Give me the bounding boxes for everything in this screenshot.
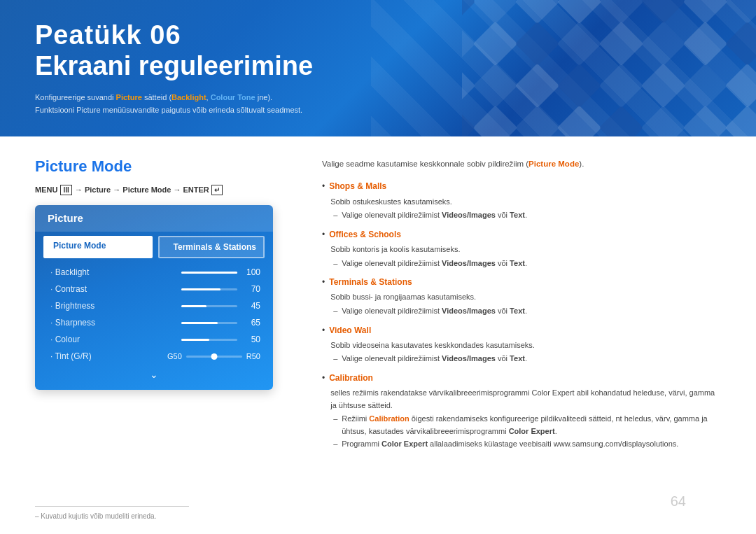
terminals-stations-sub: Valige olenevalt pildirežiimist Videos/I… — [329, 305, 721, 318]
calibration-title: Calibration — [329, 372, 721, 385]
right-column: Valige seadme kasutamise keskkonnale sob… — [322, 157, 721, 478]
bullet-dot-4: • — [322, 324, 325, 337]
footer: – Kuvatud kujutis võib mudeliti erineda.… — [35, 506, 721, 520]
page-number: 64 — [671, 493, 686, 510]
tint-item: Tint (G/R) G50 R50 — [35, 348, 273, 365]
sharpness-item: Sharpness 65 — [35, 314, 273, 331]
video-wall-sub: Valige olenevalt pildirežiimist Videos/I… — [329, 353, 721, 365]
bullet-terminals-stations: • Terminals & Stations Sobib bussi- ja r… — [322, 276, 721, 318]
shops-malls-title: Shops & Malls — [329, 180, 721, 193]
header-banner: Peatükk 06 Ekraani reguleerimine Konfigu… — [0, 0, 756, 136]
widget-title: Picture — [48, 212, 83, 224]
scroll-down-arrow[interactable]: ⌄ — [35, 369, 273, 380]
bullet-offices-schools: • Offices & Schools Sobib kontoris ja ko… — [322, 228, 721, 270]
calibration-sub-1: Režiimi Calibration õigesti rakendamisek… — [329, 413, 721, 437]
colour-slider[interactable]: 50 — [181, 335, 260, 344]
picture-mode-value: Terminals & Stations — [158, 236, 265, 258]
sharpness-label: Sharpness — [50, 318, 95, 328]
picture-widget: Picture Picture Mode Terminals & Station… — [35, 205, 273, 390]
widget-title-bar: Picture — [35, 205, 273, 232]
widget-row-header[interactable]: Picture Mode Terminals & Stations — [35, 236, 273, 258]
colour-value: 50 — [243, 335, 260, 344]
left-column: Picture Mode MENU III → Picture → Pictur… — [35, 157, 294, 478]
sharpness-value: 65 — [243, 318, 260, 328]
offices-schools-desc: Sobib kontoris ja koolis kasutamiseks. — [329, 244, 721, 256]
sharpness-slider[interactable]: 65 — [181, 318, 260, 328]
contrast-label: Contrast — [50, 284, 87, 294]
header-description: Konfigureerige suvandi Picture sätteid (… — [35, 92, 313, 116]
brightness-slider[interactable]: 45 — [181, 301, 260, 311]
calibration-desc: selles režiimis rakendatakse värvikalibr… — [329, 387, 721, 412]
bullet-video-wall: • Video Wall Sobib videoseina kasutavate… — [322, 324, 721, 366]
backlight-item: Backlight 100 — [35, 264, 273, 281]
backlight-value: 100 — [243, 267, 260, 277]
terminals-stations-title: Terminals & Stations — [329, 276, 721, 289]
tint-r-value: R50 — [246, 352, 260, 360]
chapter-title: Peatükk 06 — [35, 21, 313, 50]
contrast-value: 70 — [243, 284, 260, 294]
decorative-diamonds — [462, 0, 756, 136]
backlight-label: Backlight — [50, 267, 89, 277]
page-title: Ekraani reguleerimine — [35, 50, 313, 83]
video-wall-desc: Sobib videoseina kasutavates keskkondade… — [329, 339, 721, 352]
bullet-dot-5: • — [322, 372, 325, 385]
contrast-item: Contrast 70 — [35, 281, 273, 297]
footer-divider — [35, 506, 189, 507]
colour-item: Colour 50 — [35, 331, 273, 348]
shops-malls-sub: Valige olenevalt pildirežiimist Videos/I… — [329, 209, 721, 222]
bullet-calibration: • Calibration selles režiimis rakendatak… — [322, 372, 721, 451]
bullet-shops-malls: • Shops & Malls Sobib ostukeskustes kasu… — [322, 180, 721, 222]
tint-g-value: G50 — [167, 352, 182, 360]
colour-label: Colour — [50, 335, 80, 344]
shops-malls-desc: Sobib ostukeskustes kasutamiseks. — [329, 196, 721, 209]
header-content: Peatükk 06 Ekraani reguleerimine Konfigu… — [35, 21, 313, 117]
main-content: Picture Mode MENU III → Picture → Pictur… — [0, 136, 756, 492]
picture-mode-label: Picture Mode — [43, 236, 153, 258]
calibration-sub-2: Programmi Color Expert allalaadimiseks k… — [329, 438, 721, 451]
brightness-item: Brightness 45 — [35, 297, 273, 314]
tint-label: Tint (G/R) — [50, 351, 92, 361]
offices-schools-title: Offices & Schools — [329, 228, 721, 241]
offices-schools-sub: Valige olenevalt pildirežiimist Videos/I… — [329, 258, 721, 270]
backlight-slider[interactable]: 100 — [181, 267, 260, 277]
section-title: Picture Mode — [35, 157, 294, 176]
terminals-stations-desc: Sobib bussi- ja rongijaamas kasutamiseks… — [329, 291, 721, 304]
brightness-value: 45 — [243, 301, 260, 311]
bullet-dot-3: • — [322, 276, 325, 289]
brightness-label: Brightness — [50, 301, 94, 311]
footer-note: – Kuvatud kujutis võib mudeliti erineda. — [35, 512, 721, 520]
video-wall-title: Video Wall — [329, 324, 721, 337]
menu-path: MENU III → Picture → Picture Mode → ENTE… — [35, 185, 294, 194]
bullet-dot-1: • — [322, 180, 325, 193]
tint-slider[interactable]: G50 R50 — [167, 352, 260, 360]
intro-text: Valige seadme kasutamise keskkonnale sob… — [322, 157, 721, 170]
contrast-slider[interactable]: 70 — [181, 284, 260, 294]
bullet-dot-2: • — [322, 228, 325, 241]
